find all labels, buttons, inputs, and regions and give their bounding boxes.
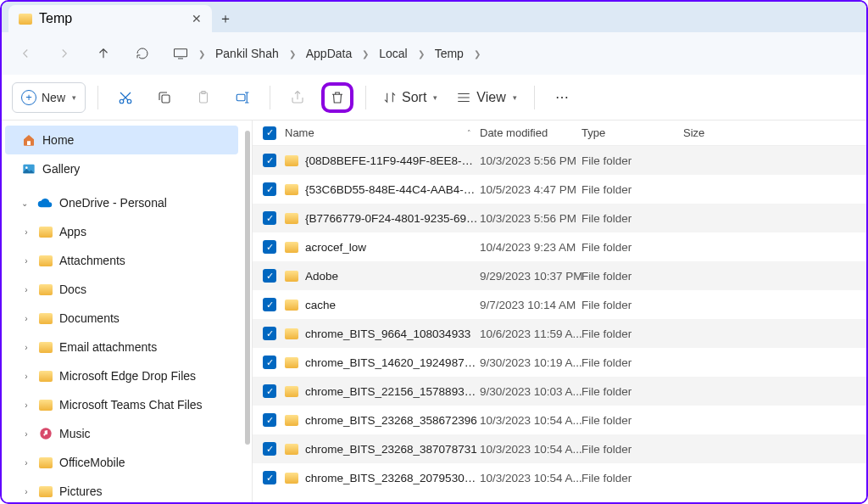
chevron-right-icon[interactable]: ❯ bbox=[469, 49, 486, 59]
file-row[interactable]: ✓chrome_BITS_23268_207953063810/3/2023 1… bbox=[253, 463, 866, 492]
breadcrumb-item[interactable]: AppData bbox=[306, 47, 352, 60]
sidebar-home[interactable]: Home bbox=[5, 126, 238, 154]
row-checkbox[interactable]: ✓ bbox=[263, 327, 276, 340]
row-checkbox[interactable]: ✓ bbox=[263, 211, 276, 225]
new-button[interactable]: + New ▾ bbox=[12, 82, 86, 113]
row-checkbox[interactable]: ✓ bbox=[263, 269, 276, 283]
refresh-button[interactable] bbox=[129, 40, 156, 67]
file-row[interactable]: ✓chrome_BITS_23268_38707873110/3/2023 10… bbox=[253, 434, 866, 463]
file-row[interactable]: ✓Adobe9/29/2023 10:37 PMFile folder bbox=[253, 261, 866, 290]
chevron-right-icon[interactable]: › bbox=[20, 400, 32, 410]
sidebar-item[interactable]: ›Docs bbox=[2, 275, 243, 304]
file-row[interactable]: ✓{08D8BEFE-11F9-449F-8EE8-F3716E7C...10/… bbox=[253, 146, 866, 175]
view-button[interactable]: View ▾ bbox=[451, 82, 521, 113]
folder-icon bbox=[39, 255, 53, 266]
gallery-icon bbox=[22, 162, 36, 176]
copy-button[interactable] bbox=[149, 82, 180, 113]
file-name: chrome_BITS_23268_2079530638 bbox=[305, 472, 480, 484]
sidebar-item[interactable]: ›Pictures bbox=[2, 477, 243, 502]
sidebar: Home Gallery ⌄ OneDrive - Personal ›Apps… bbox=[2, 120, 252, 502]
file-name: {B7766779-0F24-4801-9235-692F257F... bbox=[305, 212, 480, 225]
chevron-right-icon[interactable]: › bbox=[20, 256, 32, 266]
chevron-right-icon[interactable]: › bbox=[20, 458, 32, 468]
sidebar-label: Gallery bbox=[42, 162, 80, 176]
sidebar-item[interactable]: ›Documents bbox=[2, 304, 243, 333]
chevron-right-icon[interactable]: ❯ bbox=[357, 49, 374, 59]
row-checkbox[interactable]: ✓ bbox=[263, 154, 276, 167]
forward-button[interactable] bbox=[51, 40, 78, 67]
sidebar-item-label: Email attachments bbox=[59, 340, 157, 354]
sidebar-item[interactable]: ›Microsoft Edge Drop Files bbox=[2, 361, 243, 390]
chevron-right-icon[interactable]: ❯ bbox=[193, 49, 210, 59]
delete-button[interactable] bbox=[321, 82, 353, 113]
file-name: {53C6BD55-848E-44C4-AAB4-3EC628... bbox=[305, 183, 480, 196]
chevron-right-icon[interactable]: › bbox=[20, 429, 32, 439]
back-button[interactable] bbox=[12, 40, 39, 67]
col-type[interactable]: Type bbox=[581, 126, 683, 139]
file-row[interactable]: ✓{B7766779-0F24-4801-9235-692F257F...10/… bbox=[253, 204, 866, 232]
chevron-right-icon[interactable]: › bbox=[20, 372, 32, 381]
breadcrumb-item[interactable]: Pankil Shah bbox=[215, 47, 279, 60]
file-row[interactable]: ✓{53C6BD55-848E-44C4-AAB4-3EC628...10/5/… bbox=[253, 175, 866, 204]
sidebar-item-label: Documents bbox=[59, 311, 120, 325]
row-checkbox[interactable]: ✓ bbox=[263, 471, 276, 484]
sort-label: Sort bbox=[402, 90, 426, 105]
close-icon[interactable]: ✕ bbox=[192, 12, 202, 25]
file-row[interactable]: ✓chrome_BITS_22156_15788938639/30/2023 1… bbox=[253, 377, 866, 406]
file-date: 9/30/2023 10:03 A... bbox=[480, 385, 581, 398]
breadcrumb-item[interactable]: Temp bbox=[435, 47, 464, 60]
breadcrumb-item[interactable]: Local bbox=[379, 47, 407, 60]
column-headers[interactable]: ✓ Name˄ Date modified Type Size bbox=[253, 120, 866, 146]
file-row[interactable]: ✓chrome_BITS_9664_10803493310/6/2023 11:… bbox=[253, 319, 866, 348]
folder-icon bbox=[39, 227, 53, 238]
sidebar-item[interactable]: ›Attachments bbox=[2, 246, 243, 275]
chevron-right-icon[interactable]: › bbox=[20, 314, 32, 323]
music-icon bbox=[39, 427, 53, 440]
scrollbar[interactable] bbox=[245, 131, 250, 445]
sidebar-item[interactable]: ›OfficeMobile bbox=[2, 448, 243, 477]
chevron-down-icon[interactable]: ⌄ bbox=[19, 199, 31, 208]
sidebar-onedrive[interactable]: ⌄ OneDrive - Personal bbox=[2, 188, 243, 217]
file-row[interactable]: ✓chrome_BITS_14620_19249870719/30/2023 1… bbox=[253, 348, 866, 377]
chevron-right-icon[interactable]: › bbox=[20, 285, 32, 294]
folder-icon bbox=[39, 457, 53, 468]
file-row[interactable]: ✓chrome_BITS_23268_35867239610/3/2023 10… bbox=[253, 406, 866, 434]
cloud-icon bbox=[37, 198, 53, 208]
chevron-right-icon[interactable]: › bbox=[20, 343, 32, 352]
cut-button[interactable] bbox=[110, 82, 141, 113]
sidebar-gallery[interactable]: Gallery bbox=[2, 154, 243, 183]
col-date[interactable]: Date modified bbox=[480, 126, 581, 139]
select-all-checkbox[interactable]: ✓ bbox=[263, 126, 276, 140]
new-tab-button[interactable]: ＋ bbox=[212, 5, 239, 32]
address-bar[interactable]: ❯ Pankil Shah ❯ AppData ❯ Local ❯ Temp ❯ bbox=[173, 47, 486, 60]
chevron-right-icon[interactable]: ❯ bbox=[413, 49, 430, 59]
row-checkbox[interactable]: ✓ bbox=[263, 240, 276, 254]
row-checkbox[interactable]: ✓ bbox=[263, 413, 276, 427]
file-row[interactable]: ✓cache9/7/2023 10:14 AMFile folder bbox=[253, 290, 866, 319]
more-button[interactable]: ⋯ bbox=[547, 82, 577, 113]
rename-button[interactable] bbox=[227, 82, 258, 113]
col-name[interactable]: Name bbox=[285, 126, 314, 139]
chevron-right-icon[interactable]: ❯ bbox=[284, 49, 301, 59]
row-checkbox[interactable]: ✓ bbox=[263, 384, 276, 398]
up-button[interactable] bbox=[90, 40, 117, 67]
sort-button[interactable]: Sort ▾ bbox=[378, 82, 442, 113]
chevron-right-icon[interactable]: › bbox=[20, 487, 32, 496]
sidebar-item[interactable]: ›Apps bbox=[2, 217, 243, 246]
sidebar-item[interactable]: ›Music bbox=[2, 419, 243, 448]
row-checkbox[interactable]: ✓ bbox=[263, 356, 276, 369]
file-row[interactable]: ✓acrocef_low10/4/2023 9:23 AMFile folder bbox=[253, 232, 866, 261]
sidebar-item[interactable]: ›Microsoft Teams Chat Files bbox=[2, 390, 243, 419]
row-checkbox[interactable]: ✓ bbox=[263, 442, 276, 456]
plus-circle-icon: + bbox=[21, 90, 36, 105]
file-date: 10/4/2023 9:23 AM bbox=[480, 241, 581, 254]
sidebar-item[interactable]: ›Email attachments bbox=[2, 333, 243, 361]
share-button[interactable] bbox=[282, 82, 313, 113]
chevron-right-icon[interactable]: › bbox=[20, 227, 32, 237]
folder-icon bbox=[39, 284, 53, 295]
window-tab[interactable]: Temp ✕ bbox=[8, 5, 212, 32]
paste-button[interactable] bbox=[188, 82, 219, 113]
col-size[interactable]: Size bbox=[683, 126, 751, 139]
row-checkbox[interactable]: ✓ bbox=[263, 182, 276, 196]
row-checkbox[interactable]: ✓ bbox=[263, 298, 276, 311]
